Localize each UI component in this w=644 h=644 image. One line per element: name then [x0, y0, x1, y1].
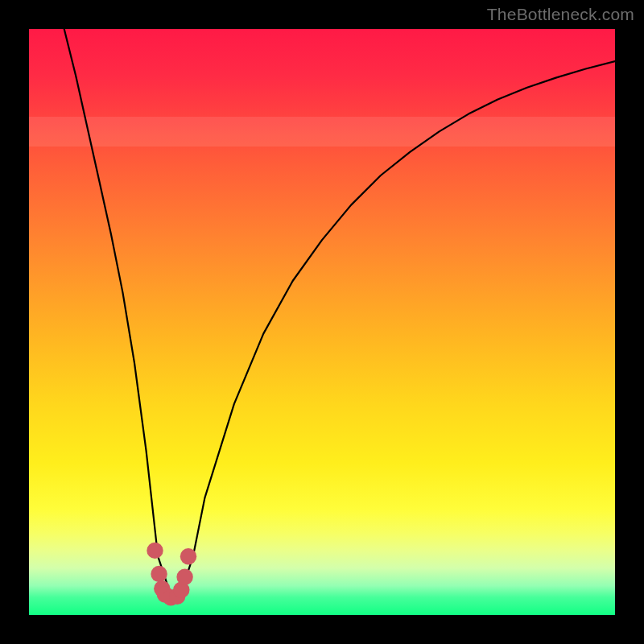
- curve-marker: [154, 580, 170, 597]
- curve-marker: [163, 589, 179, 605]
- curve-marker: [180, 548, 196, 564]
- marker-group: [147, 543, 196, 606]
- watermark-text: TheBottleneck.com: [487, 5, 634, 24]
- highlight-band: [29, 117, 615, 146]
- plot-area: [29, 29, 615, 615]
- bottleneck-curve: [64, 29, 615, 592]
- chart-frame: TheBottleneck.com: [0, 0, 644, 644]
- curve-marker: [151, 566, 167, 582]
- curve-marker: [147, 543, 163, 559]
- curve-marker: [157, 586, 173, 602]
- curve-marker: [169, 588, 185, 605]
- curve-marker: [176, 569, 192, 585]
- curve-marker: [173, 582, 189, 598]
